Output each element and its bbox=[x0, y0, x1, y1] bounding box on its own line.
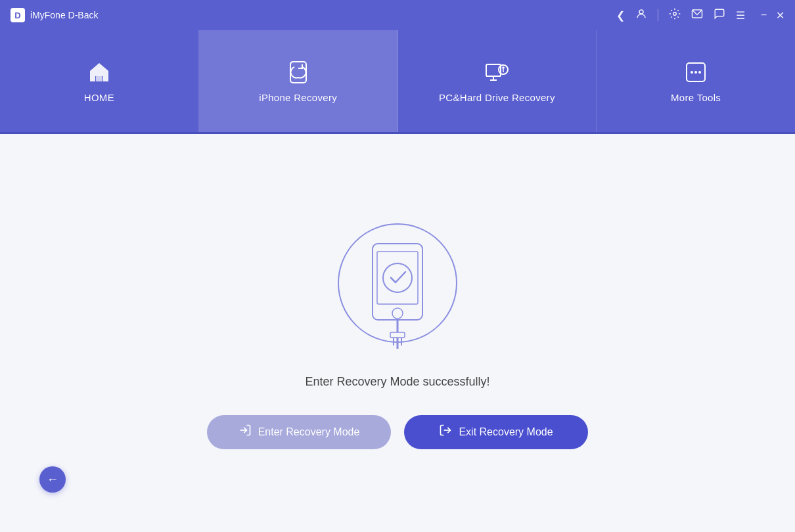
title-bar-actions: ❮ ☰ − ✕ bbox=[616, 8, 784, 22]
svg-point-14 bbox=[698, 71, 701, 74]
nav-label-pc-recovery: PC&Hard Drive Recovery bbox=[439, 92, 555, 103]
close-button[interactable]: ✕ bbox=[776, 9, 784, 22]
recovery-illustration bbox=[325, 217, 470, 362]
enter-recovery-mode-button[interactable]: Enter Recovery Mode bbox=[207, 415, 391, 449]
svg-point-12 bbox=[691, 71, 693, 74]
svg-point-13 bbox=[694, 71, 697, 74]
separator bbox=[658, 9, 658, 21]
nav-bar: HOME iPhone Recovery PC&Hard Drive Recov… bbox=[0, 30, 795, 134]
menu-icon[interactable]: ☰ bbox=[736, 9, 745, 22]
app-title: iMyFone D-Back bbox=[30, 10, 616, 20]
enter-icon bbox=[238, 424, 252, 440]
user-icon[interactable] bbox=[635, 8, 647, 22]
chat-icon[interactable] bbox=[714, 8, 725, 22]
share-icon[interactable]: ❮ bbox=[616, 9, 625, 22]
buttons-row: Enter Recovery Mode Exit Recovery Mode bbox=[207, 415, 588, 449]
svg-rect-21 bbox=[390, 332, 405, 338]
back-icon: ← bbox=[47, 473, 58, 487]
app-logo: D bbox=[11, 8, 25, 22]
more-tools-icon bbox=[683, 59, 709, 85]
exit-recovery-label: Exit Recovery Mode bbox=[459, 426, 553, 438]
svg-point-18 bbox=[392, 308, 403, 319]
mail-icon[interactable] bbox=[691, 8, 703, 22]
nav-label-home: HOME bbox=[84, 92, 114, 103]
nav-item-iphone-recovery[interactable]: iPhone Recovery bbox=[199, 30, 398, 132]
svg-point-0 bbox=[639, 10, 643, 14]
svg-rect-4 bbox=[290, 62, 306, 83]
home-icon bbox=[86, 59, 112, 85]
back-button[interactable]: ← bbox=[39, 466, 66, 493]
main-content: Enter Recovery Mode successfully! Enter … bbox=[0, 134, 795, 532]
illustration: Enter Recovery Mode successfully! bbox=[305, 217, 489, 389]
nav-label-iphone-recovery: iPhone Recovery bbox=[259, 92, 337, 103]
pc-recovery-icon bbox=[484, 59, 510, 85]
minimize-button[interactable]: − bbox=[761, 9, 767, 21]
enter-recovery-label: Enter Recovery Mode bbox=[258, 426, 360, 438]
exit-recovery-mode-button[interactable]: Exit Recovery Mode bbox=[404, 415, 588, 449]
exit-icon bbox=[439, 424, 452, 440]
success-message: Enter Recovery Mode successfully! bbox=[305, 375, 489, 389]
iphone-recovery-icon bbox=[285, 59, 311, 85]
nav-item-more-tools[interactable]: More Tools bbox=[597, 30, 795, 132]
title-bar: D iMyFone D-Back ❮ ☰ − ✕ bbox=[0, 0, 795, 30]
svg-point-19 bbox=[383, 263, 412, 292]
nav-item-pc-recovery[interactable]: PC&Hard Drive Recovery bbox=[398, 30, 597, 132]
settings-icon[interactable] bbox=[669, 8, 681, 22]
svg-point-1 bbox=[673, 12, 676, 16]
window-controls: − ✕ bbox=[761, 9, 784, 22]
svg-rect-3 bbox=[96, 76, 102, 81]
nav-item-home[interactable]: HOME bbox=[0, 30, 199, 132]
nav-label-more-tools: More Tools bbox=[671, 92, 721, 103]
